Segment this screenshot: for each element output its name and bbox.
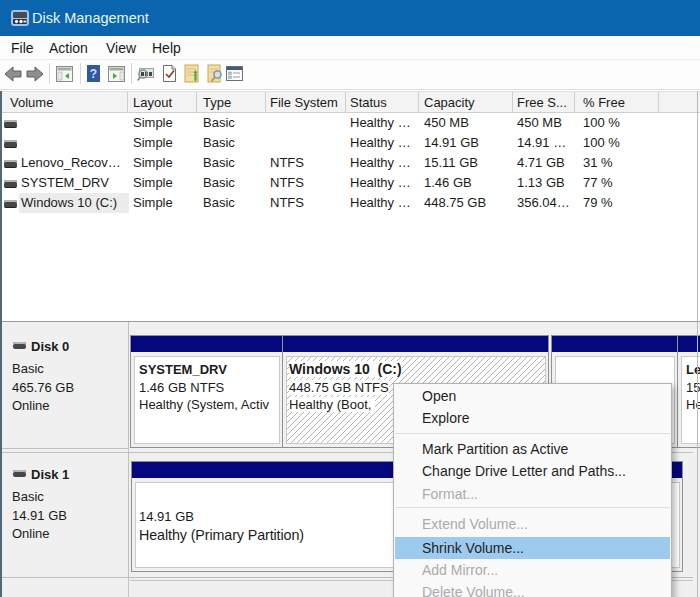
svg-text:?: ? (90, 67, 97, 81)
